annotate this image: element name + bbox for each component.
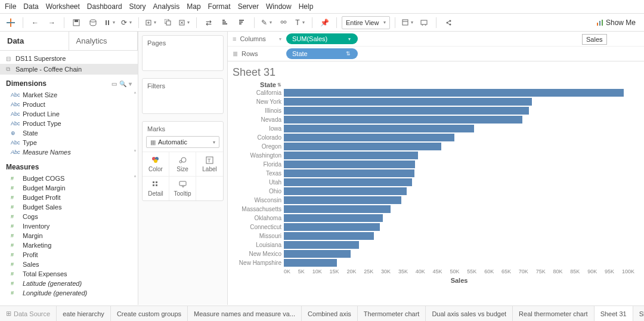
bar-row[interactable] bbox=[284, 133, 634, 142]
measure-field[interactable]: #Budget Sales bbox=[0, 202, 138, 212]
bar-row[interactable] bbox=[284, 240, 634, 249]
bar-row[interactable] bbox=[284, 258, 634, 267]
clear-button[interactable] bbox=[177, 16, 191, 29]
measure-field[interactable]: #Longitude (generated) bbox=[0, 288, 138, 298]
bar-row[interactable] bbox=[284, 106, 634, 115]
menu-file[interactable]: File bbox=[5, 2, 16, 11]
menu-data[interactable]: Data bbox=[23, 2, 38, 11]
menu-story[interactable]: Story bbox=[129, 2, 146, 11]
menu-analysis[interactable]: Analysis bbox=[153, 2, 180, 11]
bar[interactable] bbox=[284, 232, 374, 240]
dimension-field[interactable]: AbcProduct bbox=[0, 100, 138, 109]
mark-tooltip-button[interactable]: Tooltip bbox=[169, 176, 196, 200]
sheet-tab[interactable]: Dual axis sales vs budget bbox=[426, 306, 513, 321]
view-icon[interactable]: ▭ bbox=[112, 81, 117, 87]
menu-format[interactable]: Format bbox=[208, 2, 231, 11]
measure-field[interactable]: #Sales bbox=[0, 260, 138, 269]
bar[interactable] bbox=[284, 134, 454, 141]
bar[interactable] bbox=[284, 241, 359, 249]
bar[interactable] bbox=[284, 125, 474, 132]
show-hide-cards-button[interactable] bbox=[400, 16, 414, 29]
bar[interactable] bbox=[284, 196, 401, 204]
sheet-tab[interactable]: Sheet 31 bbox=[595, 306, 633, 321]
bar-row[interactable] bbox=[284, 88, 634, 97]
bar[interactable] bbox=[284, 107, 529, 115]
show-me-button[interactable]: Show Me bbox=[592, 18, 640, 27]
bar-row[interactable] bbox=[284, 196, 634, 205]
bar[interactable] bbox=[284, 169, 414, 177]
group-button[interactable] bbox=[276, 16, 290, 29]
menu-window[interactable]: Window bbox=[266, 2, 292, 11]
measure-field[interactable]: #Total Expenses bbox=[0, 269, 138, 279]
dimension-field[interactable]: AbcMeasure Names bbox=[0, 147, 138, 157]
menu-dashboard[interactable]: Dashboard bbox=[87, 2, 122, 11]
bar[interactable] bbox=[284, 259, 337, 267]
measure-field[interactable]: #Profit bbox=[0, 250, 138, 260]
bar-row[interactable] bbox=[284, 214, 634, 223]
filters-shelf[interactable]: Filters bbox=[142, 78, 224, 114]
sheet-tab[interactable]: Measure names and measure va... bbox=[188, 306, 302, 321]
bar-chart[interactable]: CaliforniaNew YorkIllinoisNevadaIowaColo… bbox=[233, 88, 634, 267]
undo-button[interactable]: ← bbox=[28, 16, 42, 29]
bar-row[interactable] bbox=[284, 223, 634, 232]
pill-sum-sales[interactable]: SUM(Sales)▾ bbox=[286, 33, 358, 44]
sheet-tab[interactable]: Sheet 32 bbox=[633, 306, 644, 321]
measure-field[interactable]: #Marketing bbox=[0, 240, 138, 250]
menu-worksheet[interactable]: Worksheet bbox=[46, 2, 80, 11]
sheet-title[interactable]: Sheet 31 bbox=[233, 66, 634, 79]
measure-field[interactable]: #Cogs bbox=[0, 212, 138, 221]
measure-field[interactable]: #Budget COGS bbox=[0, 174, 138, 183]
mark-color-button[interactable]: Color bbox=[143, 152, 169, 176]
bar-row[interactable] bbox=[284, 142, 634, 151]
bar[interactable] bbox=[284, 178, 412, 186]
measure-field[interactable]: #Inventory bbox=[0, 221, 138, 231]
bar[interactable] bbox=[284, 205, 391, 213]
bar[interactable] bbox=[284, 116, 522, 124]
bar-row[interactable] bbox=[284, 205, 634, 214]
columns-shelf[interactable]: ≡Columns▾ SUM(Sales)▾ Sales bbox=[228, 32, 644, 47]
bar[interactable] bbox=[284, 214, 383, 222]
bar-row[interactable] bbox=[284, 232, 634, 240]
bar-row[interactable] bbox=[284, 160, 634, 169]
sheet-tab[interactable]: Real thermometer chart bbox=[513, 306, 595, 321]
measure-field[interactable]: #Budget Margin bbox=[0, 183, 138, 193]
sheet-tab[interactable]: Combined axis bbox=[302, 306, 358, 321]
share-button[interactable] bbox=[441, 16, 456, 29]
redo-button[interactable]: → bbox=[45, 16, 59, 29]
tab-analytics[interactable]: Analytics bbox=[69, 32, 138, 50]
bar-row[interactable] bbox=[284, 187, 634, 196]
sheet-tab[interactable]: Create custom groups bbox=[111, 306, 188, 321]
menu-help[interactable]: Help bbox=[299, 2, 314, 11]
marks-type-dropdown[interactable]: ▦Automatic ▾ bbox=[146, 136, 219, 148]
new-worksheet-button[interactable] bbox=[144, 16, 158, 29]
bar-row[interactable] bbox=[284, 178, 634, 187]
bar-row[interactable] bbox=[284, 249, 634, 258]
presentation-button[interactable] bbox=[417, 16, 431, 29]
bar-row[interactable] bbox=[284, 115, 634, 124]
bar[interactable] bbox=[284, 160, 415, 168]
bar-row[interactable] bbox=[284, 97, 634, 106]
search-icon[interactable]: 🔍 bbox=[119, 81, 126, 87]
pill-state[interactable]: State⇅ bbox=[286, 48, 358, 59]
sheet-tab[interactable]: Thermometer chart bbox=[358, 306, 426, 321]
measure-field[interactable]: #Margin bbox=[0, 231, 138, 240]
datasource-item[interactable]: ⧉Sample - Coffee Chain bbox=[0, 64, 138, 75]
menu-map[interactable]: Map bbox=[187, 2, 200, 11]
bar-row[interactable] bbox=[284, 169, 634, 178]
new-datasource-button[interactable] bbox=[86, 16, 100, 29]
sheet-tab[interactable]: eate hierarchy bbox=[57, 306, 111, 321]
bar-row[interactable] bbox=[284, 124, 634, 133]
dimension-field[interactable]: AbcType bbox=[0, 138, 138, 147]
refresh-button[interactable]: ⟳ bbox=[119, 16, 134, 29]
measure-field[interactable]: #Budget Profit bbox=[0, 193, 138, 202]
labels-button[interactable]: T bbox=[293, 16, 307, 29]
bar[interactable] bbox=[284, 187, 407, 195]
menu-server[interactable]: Server bbox=[238, 2, 259, 11]
pause-updates-button[interactable] bbox=[103, 16, 117, 29]
bar[interactable] bbox=[284, 143, 441, 150]
bar[interactable] bbox=[284, 89, 624, 97]
pin-button[interactable]: 📌 bbox=[317, 16, 332, 29]
save-button[interactable] bbox=[69, 16, 83, 29]
dimension-field[interactable]: ⊕State bbox=[0, 128, 138, 138]
highlight-button[interactable]: ✎ bbox=[259, 16, 274, 29]
